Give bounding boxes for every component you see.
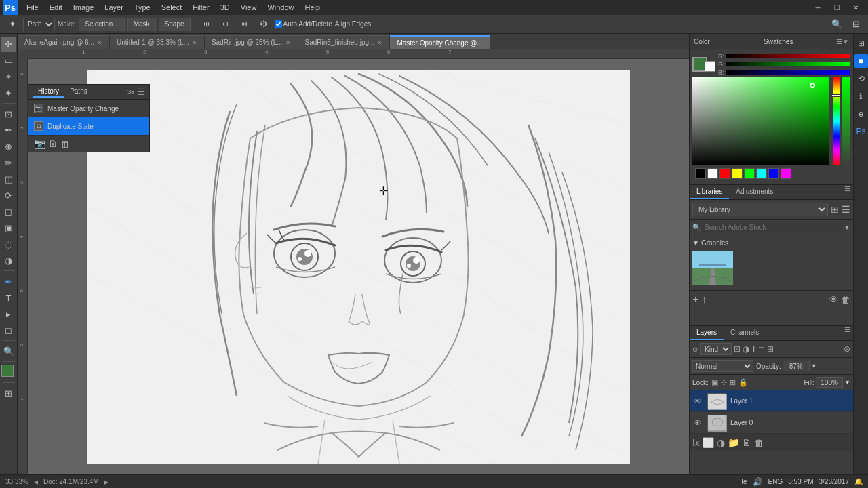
add-style-btn[interactable]: fx <box>692 437 700 448</box>
layer-0-eye[interactable]: 👁 <box>694 418 703 428</box>
brush-tool[interactable]: ✏ <box>1 155 16 170</box>
swatch-cyan[interactable] <box>756 168 767 179</box>
volume-icon[interactable]: 🔊 <box>753 477 763 487</box>
lib-upload-btn[interactable]: ↑ <box>701 293 707 306</box>
eraser-tool[interactable]: ◻ <box>1 204 16 219</box>
tab-close-sadrin5[interactable]: ✕ <box>377 39 382 46</box>
delete-layer-btn[interactable]: 🗑 <box>754 437 764 448</box>
swatch-yellow[interactable] <box>732 168 743 179</box>
menu-image[interactable]: Image <box>68 2 99 13</box>
swatch-white[interactable] <box>707 168 718 179</box>
type-filter-icon[interactable]: T <box>751 344 756 354</box>
b-slider[interactable] <box>726 70 850 75</box>
adj-layer-btn[interactable]: ◑ <box>717 437 725 448</box>
color-panel-collapse[interactable]: ▼ <box>842 38 849 45</box>
lib-view-btn[interactable]: 👁 <box>829 294 838 305</box>
fg-color-swatch[interactable] <box>1 365 14 377</box>
status-arrow-right[interactable]: ▸ <box>104 477 108 487</box>
app-icon-btn[interactable]: ⊞ <box>848 16 864 33</box>
menu-3d[interactable]: 3D <box>216 2 235 13</box>
hue-bar[interactable] <box>833 77 840 165</box>
new-layer-btn[interactable]: 🗎 <box>742 437 751 448</box>
tab-sadrin5[interactable]: SadRin5_finished.jpg... ✕ <box>298 35 391 49</box>
restore-button[interactable]: ❐ <box>827 0 846 15</box>
fr-ie-btn[interactable]: e <box>854 107 868 121</box>
move-tool[interactable]: ✣ <box>1 37 16 52</box>
fr-info-btn[interactable]: ℹ <box>854 89 868 103</box>
lib-panel-menu[interactable]: ☰ <box>844 185 850 199</box>
history-delete-btn[interactable]: 🗑 <box>60 138 70 149</box>
color-panel-menu[interactable]: ☰ <box>836 38 842 45</box>
lasso-tool[interactable]: ⌖ <box>1 69 16 84</box>
shape-filter-icon[interactable]: ◻ <box>758 344 765 354</box>
opacity-arrow[interactable]: ▼ <box>811 363 817 369</box>
crop-tool[interactable]: ⊡ <box>1 106 16 121</box>
path-ops-icon3[interactable]: ⊗ <box>237 16 253 33</box>
library-select[interactable]: My Library <box>692 203 828 216</box>
swatches-panel-title[interactable]: Swatches <box>764 38 833 45</box>
menu-select[interactable]: Select <box>157 2 187 13</box>
opacity-bar[interactable] <box>842 77 850 165</box>
close-button[interactable]: ✕ <box>846 0 865 15</box>
paths-tab[interactable]: Paths <box>64 86 93 98</box>
minimize-button[interactable]: ─ <box>808 0 827 15</box>
shape-tool[interactable]: ◻ <box>1 323 16 338</box>
zoom-tool[interactable]: 🔍 <box>1 344 16 359</box>
lib-add-btn[interactable]: + <box>692 293 698 306</box>
lock-all-icon[interactable]: 🔒 <box>738 378 748 387</box>
screen-mode-btn[interactable]: ⊞ <box>1 386 16 401</box>
pen-tool[interactable]: ✒ <box>1 274 16 289</box>
select-rect-tool[interactable]: ▭ <box>1 53 16 68</box>
canvas-container[interactable]: ✛ History Paths ≫ ☰ 📷 Master Opacity Cha… <box>28 59 689 474</box>
layers-menu-btn[interactable]: ☰ <box>844 326 850 340</box>
ie-badge[interactable]: Ie <box>741 478 747 485</box>
menu-view[interactable]: View <box>236 2 262 13</box>
layer-1-eye[interactable]: 👁 <box>694 396 703 406</box>
filter-toggle[interactable]: ⊙ <box>844 344 850 354</box>
menu-file[interactable]: File <box>22 2 43 13</box>
add-mask-btn[interactable]: ⬜ <box>703 437 714 448</box>
tab-close-akane[interactable]: ✕ <box>97 39 102 46</box>
history-item-duplicate[interactable]: ⊡ Duplicate State <box>28 117 149 135</box>
layer-filter-select[interactable]: Kind <box>700 343 732 355</box>
lock-pixels-icon[interactable]: ▣ <box>711 378 718 387</box>
bg-color-box[interactable] <box>705 61 715 72</box>
tab-close-sadrin[interactable]: ✕ <box>285 39 291 46</box>
swatch-red[interactable] <box>719 168 730 179</box>
dodge-tool[interactable]: ◑ <box>1 253 16 268</box>
tab-akane[interactable]: AkaneAgain.png @ 6... ✕ <box>18 35 110 49</box>
pixel-filter-icon[interactable]: ⊡ <box>734 344 741 354</box>
adjustments-tab[interactable]: Adjustments <box>729 185 780 199</box>
align-edges-checkbox[interactable]: Align Edges <box>335 20 371 28</box>
sketch-canvas[interactable]: ✛ <box>87 70 630 464</box>
status-arrow-left[interactable]: ◂ <box>34 477 38 487</box>
path-ops-icon4[interactable]: ⚙ <box>256 16 272 33</box>
search-icon[interactable]: 🔍 <box>829 16 845 33</box>
path-ops-icon2[interactable]: ⊖ <box>218 16 234 33</box>
tab-close-untitled[interactable]: ✕ <box>192 39 197 46</box>
lib-delete-btn[interactable]: 🗑 <box>841 294 850 305</box>
menu-filter[interactable]: Filter <box>188 2 214 13</box>
magic-wand-tool[interactable]: ✦ <box>1 85 16 100</box>
tab-master[interactable]: Master Opacity Change @... <box>390 35 490 49</box>
menu-layer[interactable]: Layer <box>100 2 128 13</box>
lib-grid-icon[interactable]: ⊞ <box>831 204 839 215</box>
layers-tab[interactable]: Layers <box>690 326 724 340</box>
fill-input[interactable] <box>816 377 843 388</box>
path-select-tool[interactable]: ▸ <box>1 306 16 321</box>
swatch-green[interactable] <box>744 168 755 179</box>
swatch-black[interactable] <box>695 168 706 179</box>
path-ops-icon1[interactable]: ⊕ <box>199 16 215 33</box>
make-shape-button[interactable]: Shape <box>159 18 191 31</box>
history-tab[interactable]: History <box>33 86 64 98</box>
r-slider[interactable] <box>726 54 850 58</box>
adjust-filter-icon[interactable]: ◑ <box>743 344 749 354</box>
color-spectrum[interactable] <box>692 77 829 165</box>
make-selection-button[interactable]: Selection... <box>79 18 124 31</box>
fr-ps-btn[interactable]: Ps <box>854 125 868 138</box>
opacity-input[interactable] <box>783 361 810 371</box>
tool-select-icon[interactable]: ✦ <box>4 16 20 33</box>
lock-artboard-icon[interactable]: ⊞ <box>730 378 736 387</box>
path-select[interactable]: Path <box>23 18 55 31</box>
make-mask-button[interactable]: Mask <box>127 18 156 31</box>
